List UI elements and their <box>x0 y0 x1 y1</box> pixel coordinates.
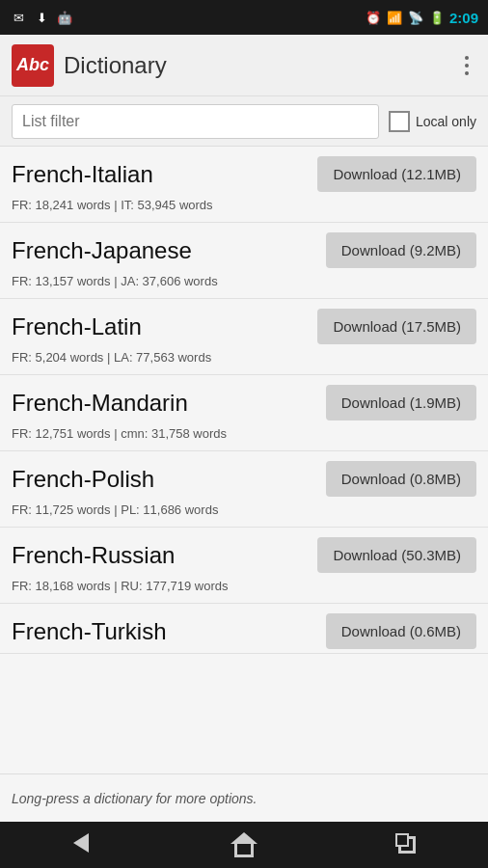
recents-button[interactable] <box>378 826 436 864</box>
app-header: Abc Dictionary <box>0 35 488 96</box>
status-time: 2:09 <box>449 10 478 26</box>
word-count: FR: 13,157 words | JA: 37,606 words <box>0 272 488 298</box>
envelope-icon: ✉ <box>10 9 27 26</box>
local-only-checkbox[interactable] <box>389 111 410 132</box>
status-bar-right: ⏰ 📶 📡 🔋 2:09 <box>365 9 478 26</box>
list-filter-input[interactable] <box>12 104 379 139</box>
list-item: French-RussianDownload (50.3MB)FR: 18,16… <box>0 528 488 604</box>
download-button[interactable]: Download (12.1MB) <box>317 156 476 192</box>
list-item: French-MandarinDownload (1.9MB)FR: 12,75… <box>0 375 488 451</box>
dict-name: French-Turkish <box>12 618 166 645</box>
dict-name: French-Mandarin <box>12 390 188 417</box>
wifi-icon: 📶 <box>386 9 403 26</box>
download-button[interactable]: Download (17.5MB) <box>317 309 476 344</box>
list-item: French-JapaneseDownload (9.2MB)FR: 13,15… <box>0 223 488 299</box>
status-bar-left: ✉ ⬇ 🤖 <box>10 9 73 26</box>
dict-name: French-Polish <box>12 466 154 493</box>
word-count: FR: 11,725 words | PL: 11,686 words <box>0 501 488 527</box>
dict-name: French-Japanese <box>12 237 192 264</box>
status-bar: ✉ ⬇ 🤖 ⏰ 📶 📡 🔋 2:09 <box>0 0 488 35</box>
download-button[interactable]: Download (50.3MB) <box>317 537 476 573</box>
list-item: French-LatinDownload (17.5MB)FR: 5,204 w… <box>0 299 488 375</box>
dict-name: French-Russian <box>12 542 175 569</box>
dict-name: French-Italian <box>12 161 153 188</box>
back-button[interactable] <box>52 826 110 864</box>
app-header-left: Abc Dictionary <box>12 44 167 87</box>
list-item: French-PolishDownload (0.8MB)FR: 11,725 … <box>0 451 488 528</box>
download-button[interactable]: Download (1.9MB) <box>326 385 476 420</box>
hint-text: Long-press a dictionary for more options… <box>12 791 257 806</box>
download-button[interactable]: Download (0.6MB) <box>326 613 476 649</box>
dictionary-list: French-ItalianDownload (12.1MB)FR: 18,24… <box>0 147 488 773</box>
download-button[interactable]: Download (9.2MB) <box>326 232 476 268</box>
local-only-area: Local only <box>389 111 476 132</box>
list-item: French-ItalianDownload (12.1MB)FR: 18,24… <box>0 147 488 223</box>
bottom-hint: Long-press a dictionary for more options… <box>0 773 488 822</box>
dot-1 <box>465 56 469 60</box>
local-only-label: Local only <box>416 114 476 129</box>
download-button[interactable]: Download (0.8MB) <box>326 461 476 497</box>
filter-bar: Local only <box>0 96 488 147</box>
download-icon: ⬇ <box>33 9 50 26</box>
android-icon: 🤖 <box>56 9 73 26</box>
dot-2 <box>465 64 469 68</box>
more-options-button[interactable] <box>457 48 476 83</box>
signal-icon: 📡 <box>407 9 424 26</box>
word-count: FR: 12,751 words | cmn: 31,758 words <box>0 424 488 450</box>
nav-bar <box>0 822 488 868</box>
back-icon <box>73 833 89 856</box>
word-count: FR: 18,241 words | IT: 53,945 words <box>0 196 488 222</box>
home-button[interactable] <box>215 826 273 864</box>
app-icon: Abc <box>12 44 54 87</box>
alarm-icon: ⏰ <box>365 9 382 26</box>
list-item: French-TurkishDownload (0.6MB) <box>0 604 488 654</box>
dict-name: French-Latin <box>12 313 142 340</box>
battery-icon: 🔋 <box>428 9 446 26</box>
word-count: FR: 18,168 words | RU: 177,719 words <box>0 577 488 603</box>
word-count: FR: 5,204 words | LA: 77,563 words <box>0 348 488 374</box>
app-title: Dictionary <box>64 52 167 79</box>
dot-3 <box>465 71 469 75</box>
